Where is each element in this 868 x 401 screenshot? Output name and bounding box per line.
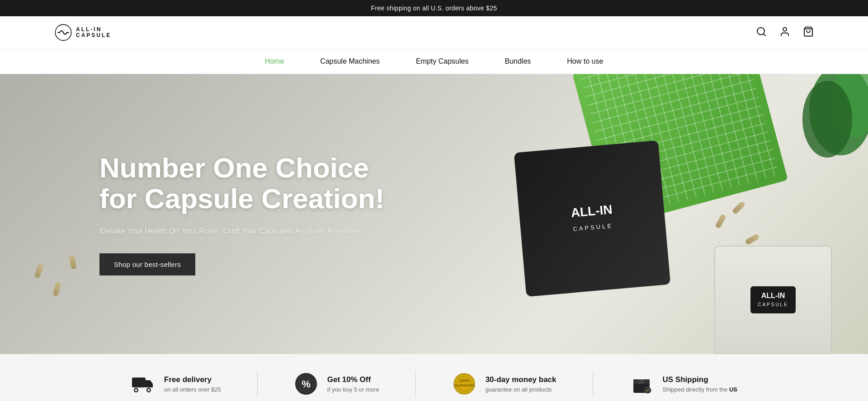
percent-svg: %: [294, 372, 318, 396]
svg-text:%: %: [302, 378, 311, 390]
svg-rect-23: [639, 379, 644, 384]
hero-product-box-decoration: ALL-IN CAPSULE: [514, 140, 671, 297]
cart-icon: [803, 26, 814, 37]
svg-point-3: [783, 28, 787, 31]
feature-us-shipping-text: US Shipping Shipped directly from the US: [663, 375, 737, 393]
feature-money-back-text: 30-day money back guarantee on all produ…: [486, 375, 557, 393]
svg-point-11: [135, 389, 137, 392]
logo-icon: [54, 23, 72, 42]
nav-item-bundles[interactable]: Bundles: [505, 57, 531, 65]
feature-divider-1: [257, 370, 258, 397]
nav-item-home[interactable]: Home: [265, 57, 284, 65]
hero-bag-decoration: ALL-INCAPSULE: [714, 246, 832, 354]
feature-us-shipping-title: US Shipping: [663, 375, 737, 384]
guarantee-svg: 100% GUARANTEE: [453, 372, 476, 396]
feature-us-shipping-desc: Shipped directly from the US: [663, 386, 737, 393]
feature-discount-desc: if you buy 5 or more: [327, 386, 379, 393]
feature-free-delivery-text: Free delivery on all orders over $25: [164, 375, 221, 393]
svg-point-12: [148, 389, 150, 392]
feature-divider-3: [593, 370, 593, 397]
hero-cta-button[interactable]: Shop our best-sellers: [99, 253, 195, 275]
svg-line-2: [764, 34, 765, 36]
nav-item-how-to-use[interactable]: How to use: [567, 57, 603, 65]
header-icons: [756, 26, 814, 39]
features-bar: Free delivery on all orders over $25 % G…: [0, 354, 868, 401]
nav-item-capsule-machines[interactable]: Capsule Machines: [320, 57, 380, 65]
cart-button[interactable]: [803, 26, 814, 39]
feature-money-back: 100% GUARANTEE 30-day money back guarant…: [452, 372, 557, 396]
hero-plant-decoration: [769, 74, 868, 219]
svg-text:100%: 100%: [459, 378, 469, 383]
shipping-box-icon: [629, 372, 654, 396]
feature-free-delivery-title: Free delivery: [164, 375, 221, 384]
logo[interactable]: ALL-IN CAPSULE: [54, 23, 111, 42]
plant-svg: [769, 74, 868, 219]
feature-discount: % Get 10% Off if you buy 5 or more: [294, 372, 379, 396]
hero-subtitle: Elevate Your Health On Your Rules. Craft…: [99, 225, 407, 237]
percent-icon: %: [294, 372, 318, 396]
logo-text: ALL-IN CAPSULE: [76, 27, 111, 38]
nav-item-empty-capsules[interactable]: Empty Capsules: [416, 57, 469, 65]
feature-free-delivery: Free delivery on all orders over $25: [131, 372, 221, 396]
svg-text:GUARANTEE: GUARANTEE: [454, 384, 474, 387]
svg-rect-8: [132, 378, 146, 387]
feature-us-shipping: US Shipping Shipped directly from the US: [629, 372, 737, 396]
guarantee-icon: 100% GUARANTEE: [452, 372, 476, 396]
header: ALL-IN CAPSULE: [0, 16, 868, 49]
search-icon: [756, 26, 767, 37]
feature-divider-2: [415, 370, 416, 397]
account-icon: [779, 26, 790, 37]
feature-money-back-desc: guarantee on all products: [486, 386, 557, 393]
navigation: Home Capsule Machines Empty Capsules Bun…: [0, 49, 868, 74]
announcement-bar: Free shipping on all U.S. orders above $…: [0, 0, 868, 16]
hero-box-logo: ALL-IN CAPSULE: [571, 203, 614, 234]
hero-section: ALL-IN CAPSULE ALL-INCAPSULE Number One …: [0, 74, 868, 354]
feature-free-delivery-desc: on all orders over $25: [164, 386, 221, 393]
account-button[interactable]: [779, 26, 790, 39]
hero-title: Number One Choice for Capsule Creation!: [99, 153, 407, 214]
truck-svg: [131, 374, 155, 394]
svg-point-7: [802, 81, 852, 158]
search-button[interactable]: [756, 26, 767, 39]
feature-discount-text: Get 10% Off if you buy 5 or more: [327, 375, 379, 393]
announcement-text: Free shipping on all U.S. orders above $…: [371, 5, 497, 12]
feature-discount-title: Get 10% Off: [327, 375, 379, 384]
shipping-box-svg: [630, 372, 653, 396]
feature-money-back-title: 30-day money back: [486, 375, 557, 384]
hero-content: Number One Choice for Capsule Creation! …: [99, 153, 407, 276]
bag-logo: ALL-INCAPSULE: [750, 286, 796, 313]
truck-icon: [131, 372, 155, 396]
